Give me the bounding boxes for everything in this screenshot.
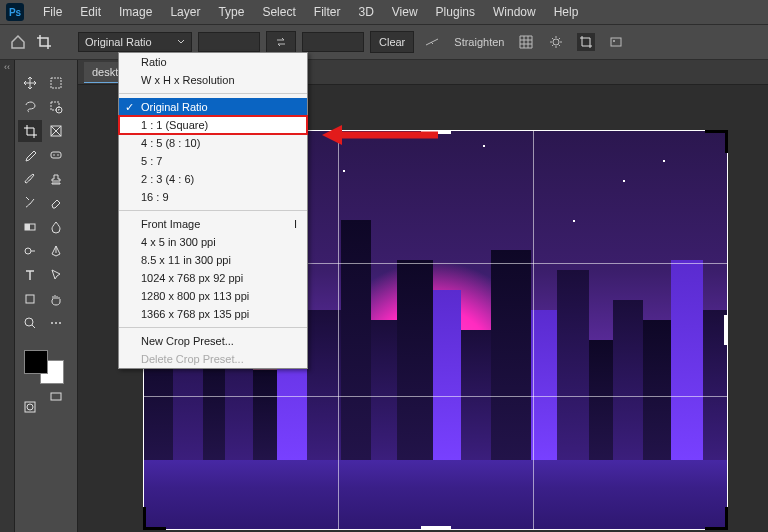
dd-16-9[interactable]: 16 : 9	[119, 188, 307, 206]
svg-point-19	[27, 404, 33, 410]
text-tool[interactable]	[18, 264, 42, 286]
home-icon[interactable]	[8, 32, 28, 52]
menu-view[interactable]: View	[383, 5, 427, 19]
gear-icon[interactable]	[547, 33, 565, 51]
eraser-tool[interactable]	[44, 192, 68, 214]
svg-rect-3	[51, 78, 61, 88]
more-tools[interactable]	[44, 312, 68, 334]
svg-rect-20	[51, 393, 61, 400]
menu-file[interactable]: File	[34, 5, 71, 19]
content-aware-icon[interactable]	[607, 33, 625, 51]
dd-delete-preset: Delete Crop Preset...	[119, 350, 307, 368]
menu-select[interactable]: Select	[253, 5, 304, 19]
collapse-bar[interactable]: ‹‹	[0, 60, 15, 532]
crop-width-input[interactable]	[198, 32, 260, 52]
dd-original-ratio[interactable]: Original Ratio	[119, 98, 307, 116]
svg-point-8	[53, 154, 55, 156]
chevron-down-icon	[177, 38, 185, 46]
svg-point-16	[55, 322, 57, 324]
dd-1-1-square[interactable]: 1 : 1 (Square)	[119, 116, 307, 134]
svg-rect-7	[51, 152, 61, 158]
foreground-swatch[interactable]	[24, 350, 48, 374]
dd-5-7[interactable]: 5 : 7	[119, 152, 307, 170]
menu-help[interactable]: Help	[545, 5, 588, 19]
menu-window[interactable]: Window	[484, 5, 545, 19]
grid-overlay-icon[interactable]	[517, 33, 535, 51]
menu-type[interactable]: Type	[209, 5, 253, 19]
dd-1280x800[interactable]: 1280 x 800 px 113 ppi	[119, 287, 307, 305]
shape-tool[interactable]	[18, 288, 42, 310]
svg-point-17	[59, 322, 61, 324]
frame-tool[interactable]	[44, 120, 68, 142]
heal-tool[interactable]	[44, 144, 68, 166]
straighten-label[interactable]: Straighten	[454, 36, 504, 48]
aspect-ratio-value: Original Ratio	[85, 36, 152, 48]
dd-2-3[interactable]: 2 : 3 (4 : 6)	[119, 170, 307, 188]
eyedropper-tool[interactable]	[18, 144, 42, 166]
hand-tool[interactable]	[44, 288, 68, 310]
clear-button[interactable]: Clear	[370, 31, 414, 53]
path-select-tool[interactable]	[44, 264, 68, 286]
svg-rect-13	[26, 295, 34, 303]
svg-point-9	[57, 154, 59, 156]
menu-layer[interactable]: Layer	[161, 5, 209, 19]
blur-tool[interactable]	[44, 216, 68, 238]
straighten-icon[interactable]	[423, 33, 441, 51]
quick-mask-icon[interactable]	[18, 396, 42, 418]
gradient-tool[interactable]	[18, 216, 42, 238]
aspect-ratio-menu[interactable]: Ratio W x H x Resolution Original Ratio …	[118, 52, 308, 369]
dd-1024x768[interactable]: 1024 x 768 px 92 ppi	[119, 269, 307, 287]
dd-sep	[119, 210, 307, 211]
dd-new-preset[interactable]: New Crop Preset...	[119, 332, 307, 350]
tool-panel	[15, 60, 78, 532]
options-bar: Original Ratio Clear Straighten	[0, 25, 768, 60]
brush-tool[interactable]	[18, 168, 42, 190]
dd-1366x768[interactable]: 1366 x 768 px 135 ppi	[119, 305, 307, 323]
svg-point-2	[613, 40, 615, 42]
move-tool[interactable]	[18, 72, 42, 94]
screen-mode-icon[interactable]	[44, 386, 68, 408]
dd-front-image[interactable]: Front Image	[119, 215, 307, 233]
menu-3d[interactable]: 3D	[349, 5, 382, 19]
menu-bar: Ps File Edit Image Layer Type Select Fil…	[0, 0, 768, 25]
svg-point-0	[553, 39, 559, 45]
dd-sep	[119, 93, 307, 94]
menu-plugins[interactable]: Plugins	[427, 5, 484, 19]
menu-image[interactable]: Image	[110, 5, 161, 19]
dd-sep	[119, 327, 307, 328]
svg-point-14	[25, 318, 33, 326]
dd-ratio[interactable]: Ratio	[119, 53, 307, 71]
menu-filter[interactable]: Filter	[305, 5, 350, 19]
svg-point-15	[51, 322, 53, 324]
color-swatches[interactable]	[18, 336, 74, 384]
lasso-tool[interactable]	[18, 96, 42, 118]
history-brush-tool[interactable]	[18, 192, 42, 214]
marquee-tool[interactable]	[44, 72, 68, 94]
dd-4x5in[interactable]: 4 x 5 in 300 ppi	[119, 233, 307, 251]
workspace-body: ‹‹	[0, 60, 768, 532]
crop-height-input[interactable]	[302, 32, 364, 52]
image-water	[143, 460, 728, 530]
svg-rect-1	[611, 38, 621, 46]
aspect-ratio-dropdown[interactable]: Original Ratio	[78, 32, 192, 52]
stamp-tool[interactable]	[44, 168, 68, 190]
dodge-tool[interactable]	[18, 240, 42, 262]
app-logo: Ps	[6, 3, 24, 21]
swap-dimensions-button[interactable]	[266, 31, 296, 53]
svg-point-12	[25, 248, 31, 254]
menu-edit[interactable]: Edit	[71, 5, 110, 19]
zoom-tool[interactable]	[18, 312, 42, 334]
dd-8p5x11in[interactable]: 8.5 x 11 in 300 ppi	[119, 251, 307, 269]
crop-tool-icon[interactable]	[34, 32, 54, 52]
delete-pixels-icon[interactable]	[577, 33, 595, 51]
photoshop-window: Ps File Edit Image Layer Type Select Fil…	[0, 0, 768, 532]
dd-wxh[interactable]: W x H x Resolution	[119, 71, 307, 89]
crop-tool[interactable]	[18, 120, 42, 142]
pen-tool[interactable]	[44, 240, 68, 262]
svg-rect-11	[25, 224, 30, 230]
svg-rect-4	[51, 102, 59, 110]
dd-4-5[interactable]: 4 : 5 (8 : 10)	[119, 134, 307, 152]
quick-select-tool[interactable]	[44, 96, 68, 118]
